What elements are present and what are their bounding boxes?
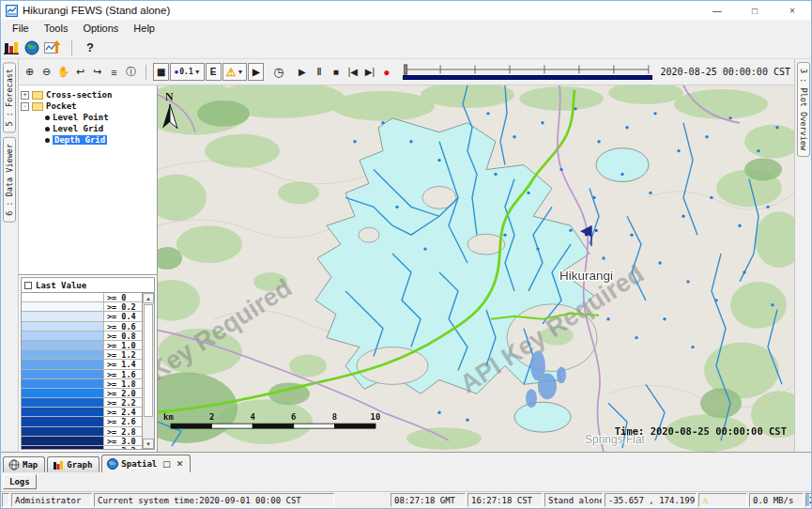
main-toolbar: ? (1, 37, 811, 59)
tab-forecast[interactable]: 5 : Forecast (3, 62, 16, 132)
zoom-next-icon[interactable]: ↪ (89, 64, 105, 81)
map-canvas[interactable]: API Key Required API Key Required (158, 85, 794, 452)
status-warning-cell[interactable]: ⚠ (698, 493, 747, 507)
legend-color-swatch (22, 379, 104, 388)
legend-value-label: >= 2.4 (104, 408, 142, 416)
record-button[interactable]: ● (378, 64, 394, 81)
toolbar-separator (71, 40, 72, 55)
collapse-icon[interactable]: - (21, 102, 29, 111)
legend-row: >= 0.8 (22, 332, 142, 341)
legend-color-swatch (22, 341, 104, 349)
threshold-dot-icon: ● (174, 68, 178, 76)
scroll-up-icon[interactable]: ▲ (143, 293, 154, 303)
info-icon[interactable]: ⓘ (123, 64, 139, 81)
status-user: Administrator (11, 493, 92, 507)
menu-tools[interactable]: Tools (37, 22, 76, 35)
legend-color-swatch (22, 350, 104, 359)
tree-label: Cross-section (46, 90, 112, 100)
tab-close-icon[interactable]: ✕ (176, 459, 184, 469)
legend-value-label: >= 1.2 (104, 350, 142, 359)
minimize-button[interactable]: — (698, 1, 736, 20)
bottom-tab-bar: Map Graph Spatial □ ✕ (1, 452, 811, 472)
tree-node-depth-grid[interactable]: Depth Grid (45, 134, 155, 146)
zoom-in-icon[interactable]: ⊕ (22, 64, 38, 81)
tree-node-cross-section[interactable]: + Cross-section (21, 89, 155, 100)
menu-options[interactable]: Options (75, 22, 126, 35)
warning-icon: ⚠ (226, 66, 237, 79)
window-title: Hikurangi FEWS (Stand alone) (23, 5, 170, 16)
tab-label: Map (23, 460, 38, 470)
tree-label-selected: Depth Grid (53, 135, 107, 145)
warning-threshold-button[interactable]: ⚠▼ (222, 63, 248, 81)
legend-row: >= 3.2 (22, 446, 142, 449)
folder-icon (32, 102, 43, 111)
legend-value-label: >= 2.6 (104, 417, 142, 425)
layers-panel: + Cross-section - Pocket Level Point (19, 85, 158, 452)
legend-row: >= 3.0 (22, 437, 142, 446)
tree-node-level-grid[interactable]: Level Grid (45, 123, 155, 134)
menu-file[interactable]: File (5, 22, 37, 35)
pan-icon[interactable]: ✋ (55, 64, 71, 81)
grid-display-button[interactable]: ▦ (153, 63, 169, 81)
expand-icon[interactable]: + (21, 91, 29, 100)
tree-node-level-point[interactable]: Level Point (45, 112, 155, 123)
zoom-previous-icon[interactable]: ↩ (72, 64, 88, 81)
tab-map[interactable]: Map (3, 456, 45, 472)
legend-value-label: >= 0 (104, 293, 142, 301)
tab-spatial[interactable]: Spatial □ ✕ (101, 455, 191, 472)
maximize-button[interactable]: □ (736, 1, 774, 20)
tab-graph[interactable]: Graph (47, 456, 100, 472)
toolbar-separator (146, 65, 146, 80)
legend-value-label: >= 0.4 (104, 312, 142, 320)
folder-icon (32, 91, 43, 100)
layer-bullet-icon (45, 116, 50, 120)
menu-help[interactable]: Help (126, 22, 162, 35)
wire-globe-icon (8, 459, 20, 470)
close-button[interactable]: × (774, 1, 811, 20)
legend-panel: Last Value >= 0>= 0.2>= 0.4>= 0.6>= 0.8>… (19, 275, 157, 452)
step-back-button[interactable]: |◀ (345, 64, 360, 81)
elevation-button[interactable]: E (206, 63, 222, 81)
menu-bar: File Tools Options Help (1, 20, 811, 37)
status-coordinates: -35.657 , 174.199 (605, 493, 697, 507)
play-button[interactable]: ▶ (294, 64, 310, 81)
legend-color-swatch (22, 437, 104, 445)
timeline-slider[interactable] (403, 62, 651, 83)
help-button[interactable]: ? (83, 40, 98, 54)
left-tab-strip: 5 : Forecast 6 : Data Viewer (1, 59, 18, 452)
timeline-date: 2020-08-25 00:00:00 CST (661, 67, 790, 77)
tab-plot-overview[interactable]: 3 : Plot Overview (797, 62, 810, 157)
pause-button[interactable]: ‖ (311, 64, 327, 81)
last-value-checkbox[interactable] (24, 282, 32, 289)
stop-button[interactable]: ■ (328, 64, 344, 81)
step-forward-button[interactable]: ▶| (361, 64, 377, 81)
export-timeseries-icon[interactable] (44, 40, 61, 55)
logs-row: Logs (1, 472, 811, 491)
legend-scrollbar[interactable]: ▲ ▼ (142, 293, 154, 449)
warning-icon: ⚠ (702, 494, 709, 506)
tab-data-viewer[interactable]: 6 : Data Viewer (3, 137, 16, 223)
svg-text:10: 10 (371, 412, 381, 422)
legend-value-label: >= 1.0 (104, 341, 142, 349)
layers-icon[interactable]: ≡ (106, 64, 122, 81)
globe-icon (107, 458, 118, 470)
zoom-out-icon[interactable]: ⊖ (38, 64, 54, 81)
scroll-thumb[interactable] (144, 304, 153, 417)
tab-maximize-icon[interactable]: □ (162, 459, 171, 469)
scroll-down-icon[interactable]: ▼ (143, 439, 154, 449)
legend-value-label: >= 0.2 (104, 302, 142, 311)
svg-text:6: 6 (291, 412, 296, 422)
logs-button[interactable]: Logs (3, 474, 37, 489)
animation-speed-icon[interactable]: ◷ (270, 64, 286, 81)
tab-label: Graph (67, 460, 92, 470)
movie-export-button[interactable]: ▶ (248, 63, 264, 81)
legend-value-label: >= 2.0 (104, 389, 142, 397)
classbreak-threshold-button[interactable]: ●0.1▼ (170, 63, 204, 81)
legend-color-swatch (22, 360, 104, 368)
globe-icon[interactable] (24, 40, 39, 55)
dropdown-caret-icon: ▼ (194, 69, 201, 75)
legend-row: >= 0.6 (22, 322, 142, 332)
legend-color-swatch (22, 293, 104, 301)
database-display-icon[interactable] (4, 40, 20, 55)
tree-node-pocket[interactable]: - Pocket (21, 100, 155, 112)
